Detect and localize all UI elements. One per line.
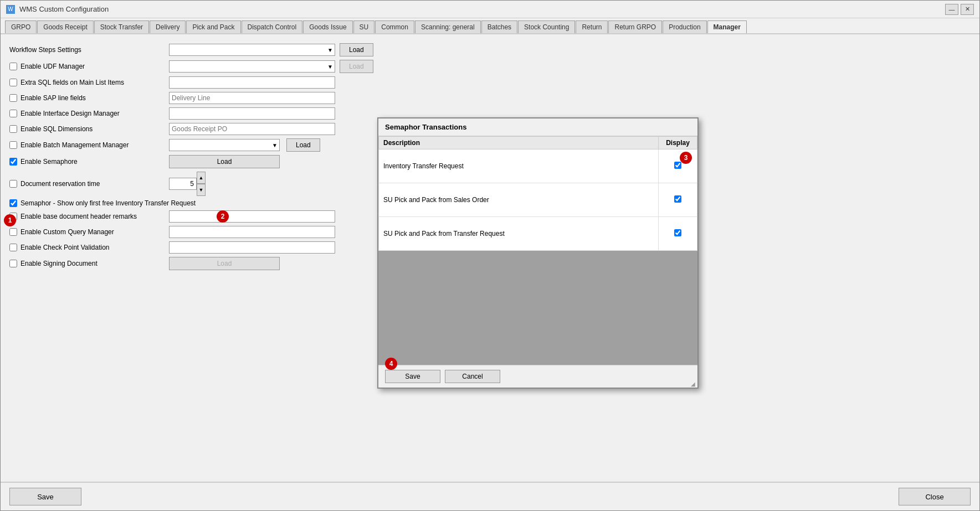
badge-4: 4 xyxy=(385,358,397,370)
semaphor-dialog-title: Semaphor Transactions xyxy=(378,118,697,136)
document-reservation-label[interactable]: Document reservation time xyxy=(9,180,165,188)
extra-sql-checkbox[interactable] xyxy=(9,79,17,86)
signing-document-checkbox[interactable] xyxy=(9,260,17,267)
sql-dimensions-label[interactable]: Enable SQL Dimensions xyxy=(9,125,165,133)
udf-manager-dropdown-wrapper: ▼ xyxy=(169,60,335,73)
sql-dimensions-input[interactable] xyxy=(169,123,335,135)
title-bar-left: W WMS Custom Configuration xyxy=(6,5,109,14)
title-bar: W WMS Custom Configuration — ✕ xyxy=(1,1,979,18)
transaction-checkbox-2[interactable] xyxy=(674,195,681,203)
title-controls: — ✕ xyxy=(945,4,974,15)
tab-return-grpo[interactable]: Return GRPO xyxy=(608,20,662,33)
semaphor-transactions-table: Description Display Inventory Transfer R… xyxy=(378,136,697,251)
udf-manager-row: Enable UDF Manager ▼ Load xyxy=(9,60,971,73)
sap-line-label[interactable]: Enable SAP line fields xyxy=(9,94,165,102)
document-reservation-checkbox[interactable] xyxy=(9,180,17,188)
spinner-down-button[interactable]: ▼ xyxy=(197,184,206,196)
workflow-steps-row: Workflow Steps Settings ▼ Load xyxy=(9,43,971,56)
batch-mgmt-checkbox[interactable] xyxy=(9,141,17,149)
tab-goods-receipt[interactable]: Goods Receipt xyxy=(37,20,93,33)
tab-common[interactable]: Common xyxy=(375,20,414,33)
interface-design-label[interactable]: Enable Interface Design Manager xyxy=(9,110,165,117)
dialog-resize-corner[interactable]: ◢ xyxy=(691,381,697,388)
table-row: Inventory Transfer Request xyxy=(379,149,697,183)
custom-query-label[interactable]: Enable Custom Query Manager xyxy=(9,228,165,236)
close-button[interactable]: ✕ xyxy=(961,4,974,15)
semaphore-label[interactable]: Enable Semaphore xyxy=(9,158,165,166)
signing-document-load-button[interactable]: Load xyxy=(169,257,280,270)
check-point-checkbox[interactable] xyxy=(9,244,17,251)
interface-design-input[interactable] xyxy=(169,107,335,120)
tab-production[interactable]: Production xyxy=(663,20,706,33)
base-document-label[interactable]: Enable base document header remarks xyxy=(9,213,165,220)
document-reservation-spinner: ▲ ▼ xyxy=(169,172,206,196)
sap-line-checkbox[interactable] xyxy=(9,94,17,102)
semaphore-load-button[interactable]: Load xyxy=(169,155,280,168)
batch-mgmt-load-button[interactable]: Load xyxy=(286,138,320,152)
custom-query-checkbox[interactable] xyxy=(9,228,17,236)
base-document-input[interactable] xyxy=(169,210,335,223)
badge-1: 1 xyxy=(4,214,16,226)
extra-sql-row: Extra SQL fields on Main List Items xyxy=(9,76,971,89)
content-area: Workflow Steps Settings ▼ Load Enable UD… xyxy=(1,34,979,482)
batch-mgmt-dropdown-wrapper: ▼ xyxy=(169,139,280,151)
tab-delivery[interactable]: Delivery xyxy=(150,20,186,33)
signing-document-label[interactable]: Enable Signing Document xyxy=(9,260,165,267)
workflow-steps-dropdown-wrapper: ▼ xyxy=(169,44,335,56)
sap-line-row: Enable SAP line fields xyxy=(9,92,971,104)
semaphor-save-button[interactable]: Save xyxy=(385,370,440,383)
interface-design-checkbox[interactable] xyxy=(9,110,17,117)
transaction-description-1: Inventory Transfer Request xyxy=(379,149,659,183)
semaphor-cancel-button[interactable]: Cancel xyxy=(445,370,500,383)
check-point-label[interactable]: Enable Check Point Validation xyxy=(9,244,165,251)
transaction-display-1 xyxy=(659,149,697,183)
app-icon: W xyxy=(6,5,15,14)
tab-batches[interactable]: Batches xyxy=(481,20,517,33)
transaction-checkbox-3[interactable] xyxy=(674,229,681,236)
tab-scanning-general[interactable]: Scanning: general xyxy=(415,20,481,33)
semaphor-show-label[interactable]: Semaphor - Show only first free Inventor… xyxy=(9,199,342,207)
tab-goods-issue[interactable]: Goods Issue xyxy=(303,20,352,33)
semaphor-dialog-footer: Save Cancel xyxy=(378,365,697,388)
display-column-header: Display xyxy=(659,137,697,149)
transaction-checkbox-1[interactable] xyxy=(674,162,681,169)
main-window: W WMS Custom Configuration — ✕ GRPO Good… xyxy=(0,0,980,511)
udf-manager-dropdown[interactable] xyxy=(169,60,335,73)
tab-su[interactable]: SU xyxy=(353,20,375,33)
udf-manager-checkbox[interactable] xyxy=(9,63,17,70)
sql-dimensions-checkbox[interactable] xyxy=(9,125,17,133)
extra-sql-input[interactable] xyxy=(169,76,335,89)
tab-stock-counting[interactable]: Stock Counting xyxy=(518,20,575,33)
workflow-steps-label: Workflow Steps Settings xyxy=(9,46,165,54)
custom-query-input[interactable] xyxy=(169,226,335,238)
description-column-header: Description xyxy=(379,137,659,149)
spinner-up-button[interactable]: ▲ xyxy=(197,172,206,184)
extra-sql-label[interactable]: Extra SQL fields on Main List Items xyxy=(9,79,165,86)
semaphor-dialog-content: Description Display Inventory Transfer R… xyxy=(378,136,697,365)
bottom-save-button[interactable]: Save xyxy=(9,488,81,505)
tab-stock-transfer[interactable]: Stock Transfer xyxy=(94,20,149,33)
tab-dispatch-control[interactable]: Dispatch Control xyxy=(242,20,303,33)
document-reservation-input[interactable] xyxy=(169,178,197,190)
udf-manager-load-button[interactable]: Load xyxy=(340,60,373,73)
semaphor-show-checkbox[interactable] xyxy=(9,199,17,207)
minimize-button[interactable]: — xyxy=(945,4,958,15)
transaction-display-3 xyxy=(659,217,697,251)
sap-line-input[interactable] xyxy=(169,92,335,104)
tab-manager[interactable]: Manager xyxy=(707,20,747,34)
tab-grpo[interactable]: GRPO xyxy=(5,20,37,33)
workflow-steps-load-button[interactable]: Load xyxy=(340,43,373,56)
badge-3: 3 xyxy=(680,152,692,164)
tab-pick-and-pack[interactable]: Pick and Pack xyxy=(186,20,240,33)
tab-return[interactable]: Return xyxy=(576,20,608,33)
bottom-close-button[interactable]: Close xyxy=(899,488,971,505)
workflow-steps-dropdown[interactable] xyxy=(169,44,335,56)
transaction-description-2: SU Pick and Pack from Sales Order xyxy=(379,183,659,217)
bottom-bar: Save Close xyxy=(1,482,979,510)
transaction-description-3: SU Pick and Pack from Transfer Request xyxy=(379,217,659,251)
udf-manager-label[interactable]: Enable UDF Manager xyxy=(9,63,165,70)
batch-mgmt-dropdown[interactable] xyxy=(169,139,280,151)
semaphore-checkbox[interactable] xyxy=(9,158,17,166)
batch-mgmt-label[interactable]: Enable Batch Management Manager xyxy=(9,141,165,149)
check-point-input[interactable] xyxy=(169,241,335,254)
